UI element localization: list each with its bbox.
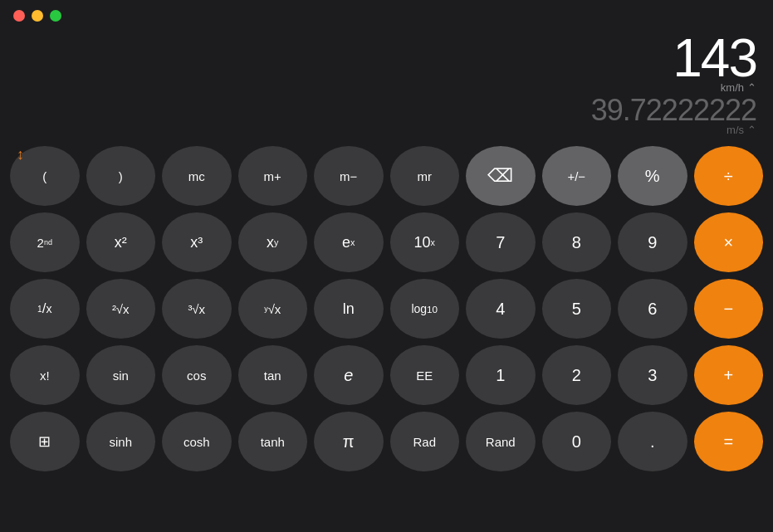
ln-button[interactable]: ln (314, 279, 384, 339)
seven-button[interactable]: 7 (466, 212, 536, 272)
main-value: 143 (673, 32, 756, 85)
close-paren-button[interactable]: ) (86, 146, 156, 206)
one-button[interactable]: 1 (466, 345, 536, 405)
ten-to-x-button[interactable]: 10x (390, 212, 460, 272)
tanh-button[interactable]: tanh (238, 412, 308, 471)
euler-button[interactable]: e (314, 345, 384, 405)
title-bar (0, 0, 773, 32)
one-over-x-button[interactable]: 1/x (10, 279, 80, 339)
factorial-button[interactable]: x! (10, 345, 80, 405)
second-button[interactable]: 2nd (10, 212, 80, 272)
add-button[interactable]: + (694, 345, 764, 405)
m-minus-button[interactable]: m− (314, 146, 384, 206)
six-button[interactable]: 6 (618, 279, 687, 339)
mc-button[interactable]: mc (162, 146, 232, 206)
keypad: ( ) mc m+ m− mr ⌫ +/− % ÷ 2nd x² x³ xy e… (0, 139, 773, 481)
x-to-y-button[interactable]: xy (238, 212, 308, 272)
equals-button[interactable]: = (694, 412, 764, 471)
e-to-x-button[interactable]: ex (314, 212, 384, 272)
main-display-row: 143 (17, 32, 756, 85)
eight-button[interactable]: 8 (542, 212, 612, 272)
sqrty-button[interactable]: y√x (238, 279, 308, 339)
rand-button[interactable]: Rand (466, 412, 536, 471)
plus-minus-button[interactable]: +/− (542, 146, 612, 206)
minimize-button[interactable] (32, 10, 43, 22)
sqrt2-button[interactable]: ²√x (86, 279, 156, 339)
converted-display-row: 39.72222222 (17, 95, 756, 125)
x-cubed-button[interactable]: x³ (162, 212, 232, 272)
zero-button[interactable]: 0 (542, 412, 612, 471)
log10-button[interactable]: log10 (390, 279, 460, 339)
nine-button[interactable]: 9 (618, 212, 687, 272)
ee-button[interactable]: EE (390, 345, 460, 405)
tan-button[interactable]: tan (238, 345, 308, 405)
converted-value: 39.72222222 (591, 95, 756, 125)
m-plus-button[interactable]: m+ (238, 146, 308, 206)
main-unit-selector[interactable]: ⌃ (747, 81, 756, 94)
decimal-button[interactable]: . (618, 412, 687, 471)
converted-unit-selector[interactable]: ⌃ (747, 124, 756, 136)
percent-button[interactable]: % (618, 146, 687, 206)
four-button[interactable]: 4 (466, 279, 536, 339)
subtract-button[interactable]: − (694, 279, 764, 339)
sin-button[interactable]: sin (86, 345, 156, 405)
close-button[interactable] (13, 10, 25, 22)
divide-button[interactable]: ÷ (694, 146, 764, 206)
multiply-button[interactable]: × (694, 212, 764, 272)
cosh-button[interactable]: cosh (162, 412, 232, 471)
two-button[interactable]: 2 (542, 345, 612, 405)
sort-icon[interactable]: ↕ (17, 146, 24, 164)
main-unit-label: km/h (721, 81, 744, 94)
grid-button[interactable]: ⊞ (10, 412, 80, 471)
maximize-button[interactable] (50, 10, 61, 22)
converted-unit-label: m/s (727, 124, 744, 136)
x-squared-button[interactable]: x² (86, 212, 156, 272)
display-area: ↕ 143 km/h ⌃ 39.72222222 m/s ⌃ (0, 32, 773, 139)
pi-button[interactable]: π (314, 412, 384, 471)
three-button[interactable]: 3 (618, 345, 687, 405)
five-button[interactable]: 5 (542, 279, 612, 339)
rad-button[interactable]: Rad (390, 412, 460, 471)
mr-button[interactable]: mr (390, 146, 460, 206)
backspace-button[interactable]: ⌫ (466, 146, 536, 206)
sqrt3-button[interactable]: ³√x (162, 279, 232, 339)
cos-button[interactable]: cos (162, 345, 232, 405)
sinh-button[interactable]: sinh (86, 412, 156, 471)
